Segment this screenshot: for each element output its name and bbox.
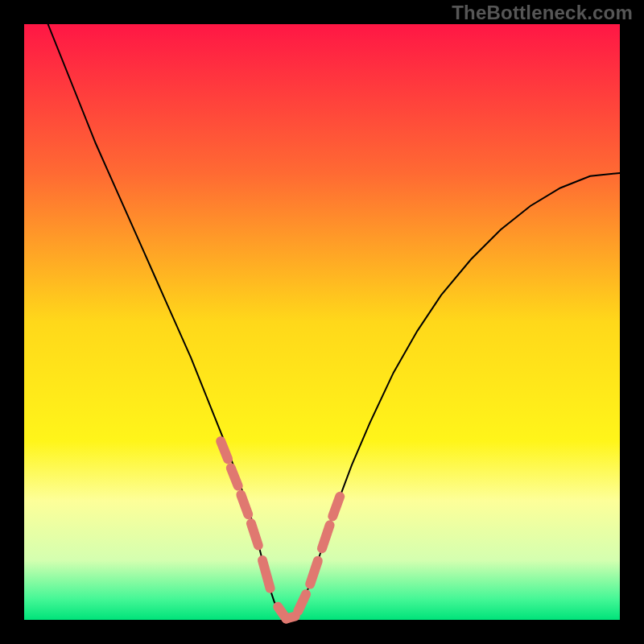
highlight-dash: [221, 441, 228, 459]
highlight-dash: [241, 495, 248, 514]
highlight-dash: [287, 617, 295, 619]
chart-frame: TheBottleneck.com: [0, 0, 644, 644]
highlight-dash: [231, 468, 238, 485]
bottleneck-chart: [0, 0, 644, 644]
gradient-background: [24, 24, 620, 620]
highlight-dash: [251, 523, 258, 545]
highlight-dash: [332, 497, 340, 516]
watermark-text: TheBottleneck.com: [452, 2, 633, 24]
